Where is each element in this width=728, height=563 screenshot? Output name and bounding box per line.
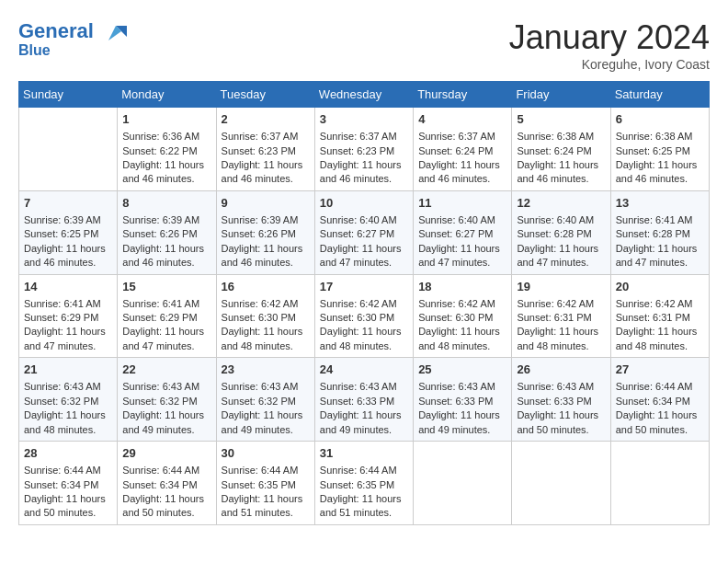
- day-info-line: and 50 minutes.: [616, 423, 704, 437]
- calendar-cell: 1Sunrise: 6:36 AMSunset: 6:22 PMDaylight…: [118, 108, 216, 191]
- day-number: 23: [222, 362, 310, 378]
- day-info-line: Sunrise: 6:39 AM: [24, 213, 112, 227]
- day-info-line: Sunset: 6:33 PM: [320, 395, 408, 408]
- calendar-cell: 26Sunrise: 6:43 AMSunset: 6:33 PMDayligh…: [512, 358, 610, 442]
- day-number: 3: [320, 111, 408, 128]
- day-info-line: and 48 minutes.: [616, 339, 704, 353]
- day-info-line: Daylight: 11 hours: [222, 242, 310, 256]
- day-info-line: Daylight: 11 hours: [517, 158, 605, 172]
- day-info-line: and 46 minutes.: [517, 172, 605, 186]
- day-info-line: Daylight: 11 hours: [122, 325, 210, 339]
- calendar-cell: 25Sunrise: 6:43 AMSunset: 6:33 PMDayligh…: [414, 358, 512, 442]
- day-info-line: Sunrise: 6:37 AM: [320, 130, 408, 144]
- day-info-line: Sunrise: 6:38 AM: [517, 130, 605, 144]
- day-info-line: Sunrise: 6:42 AM: [320, 297, 408, 311]
- day-number: 5: [517, 111, 605, 128]
- day-info-line: Sunrise: 6:44 AM: [222, 464, 310, 477]
- day-info-line: Sunset: 6:22 PM: [122, 144, 210, 158]
- day-info-line: and 47 minutes.: [616, 256, 704, 270]
- calendar-cell: 14Sunrise: 6:41 AMSunset: 6:29 PMDayligh…: [19, 274, 118, 358]
- day-info-line: Sunset: 6:30 PM: [320, 311, 408, 325]
- day-info-line: Sunrise: 6:41 AM: [616, 213, 704, 227]
- day-number: 22: [122, 362, 210, 378]
- weekday-header: Thursday: [414, 82, 512, 108]
- calendar-cell: 31Sunrise: 6:44 AMSunset: 6:35 PMDayligh…: [314, 442, 413, 525]
- day-info-line: and 50 minutes.: [24, 506, 112, 520]
- calendar-cell: [414, 442, 512, 525]
- day-info-line: Sunrise: 6:44 AM: [24, 464, 112, 477]
- day-info-line: and 49 minutes.: [222, 423, 310, 437]
- day-info-line: Sunrise: 6:43 AM: [517, 380, 605, 394]
- weekday-header: Saturday: [610, 82, 709, 108]
- day-info-line: Daylight: 11 hours: [24, 242, 112, 256]
- calendar-cell: 27Sunrise: 6:44 AMSunset: 6:34 PMDayligh…: [610, 358, 709, 442]
- day-info-line: and 46 minutes.: [122, 256, 210, 270]
- day-info-line: Sunset: 6:29 PM: [24, 311, 112, 325]
- calendar-cell: 20Sunrise: 6:42 AMSunset: 6:31 PMDayligh…: [610, 274, 709, 358]
- day-info-line: Daylight: 11 hours: [616, 325, 704, 339]
- day-info-line: Sunset: 6:24 PM: [418, 144, 506, 158]
- logo: General Blue: [18, 18, 129, 59]
- day-info-line: Daylight: 11 hours: [222, 492, 310, 506]
- day-info-line: Sunrise: 6:43 AM: [24, 380, 112, 394]
- day-info-line: Sunset: 6:31 PM: [517, 311, 605, 325]
- calendar-cell: 24Sunrise: 6:43 AMSunset: 6:33 PMDayligh…: [314, 358, 413, 442]
- day-info-line: Daylight: 11 hours: [320, 242, 408, 256]
- day-info-line: and 47 minutes.: [517, 256, 605, 270]
- day-number: 29: [122, 445, 210, 462]
- calendar-cell: 2Sunrise: 6:37 AMSunset: 6:23 PMDaylight…: [216, 108, 314, 191]
- day-info-line: Sunrise: 6:39 AM: [122, 213, 210, 227]
- day-number: 13: [616, 195, 704, 212]
- day-info-line: and 47 minutes.: [122, 339, 210, 353]
- day-info-line: Daylight: 11 hours: [122, 492, 210, 506]
- day-number: 27: [616, 362, 704, 378]
- day-info-line: Daylight: 11 hours: [24, 492, 112, 506]
- calendar-week-row: 21Sunrise: 6:43 AMSunset: 6:32 PMDayligh…: [19, 358, 710, 442]
- calendar-cell: 12Sunrise: 6:40 AMSunset: 6:28 PMDayligh…: [512, 190, 610, 274]
- day-info-line: Daylight: 11 hours: [517, 325, 605, 339]
- weekday-header: Monday: [118, 82, 216, 108]
- weekday-header: Tuesday: [216, 82, 314, 108]
- day-number: 17: [320, 279, 408, 295]
- day-info-line: Sunrise: 6:43 AM: [418, 380, 506, 394]
- day-number: 21: [24, 362, 112, 378]
- day-number: 7: [24, 195, 112, 212]
- day-info-line: and 51 minutes.: [320, 506, 408, 520]
- day-info-line: and 48 minutes.: [418, 339, 506, 353]
- day-info-line: and 48 minutes.: [320, 339, 408, 353]
- day-info-line: Sunset: 6:28 PM: [616, 227, 704, 241]
- title-area: January 2024 Koreguhe, Ivory Coast: [509, 18, 710, 72]
- calendar-cell: 8Sunrise: 6:39 AMSunset: 6:26 PMDaylight…: [118, 190, 216, 274]
- day-info-line: Sunset: 6:28 PM: [517, 227, 605, 241]
- day-info-line: Sunrise: 6:39 AM: [222, 213, 310, 227]
- day-info-line: Sunrise: 6:37 AM: [418, 130, 506, 144]
- calendar-cell: 10Sunrise: 6:40 AMSunset: 6:27 PMDayligh…: [314, 190, 413, 274]
- day-info-line: Sunrise: 6:43 AM: [122, 380, 210, 394]
- day-info-line: Daylight: 11 hours: [24, 408, 112, 422]
- calendar-cell: 15Sunrise: 6:41 AMSunset: 6:29 PMDayligh…: [118, 274, 216, 358]
- day-info-line: Sunrise: 6:37 AM: [222, 130, 310, 144]
- day-number: 12: [517, 195, 605, 212]
- weekday-header: Friday: [512, 82, 610, 108]
- day-info-line: Daylight: 11 hours: [320, 408, 408, 422]
- day-info-line: Sunrise: 6:36 AM: [122, 130, 210, 144]
- day-info-line: Daylight: 11 hours: [616, 242, 704, 256]
- day-number: 4: [418, 111, 506, 128]
- day-info-line: Sunset: 6:34 PM: [122, 478, 210, 492]
- calendar-cell: 18Sunrise: 6:42 AMSunset: 6:30 PMDayligh…: [414, 274, 512, 358]
- day-info-line: Sunset: 6:25 PM: [616, 144, 704, 158]
- day-number: 16: [222, 279, 310, 295]
- day-info-line: Sunset: 6:34 PM: [24, 478, 112, 492]
- day-info-line: Sunrise: 6:42 AM: [616, 297, 704, 311]
- calendar-header-row: SundayMondayTuesdayWednesdayThursdayFrid…: [19, 82, 710, 108]
- day-number: 10: [320, 195, 408, 212]
- page-header: General Blue January 2024 Koreguhe, Ivor…: [18, 18, 710, 72]
- day-info-line: Sunset: 6:26 PM: [222, 227, 310, 241]
- day-number: 30: [222, 445, 310, 462]
- day-info-line: and 49 minutes.: [122, 423, 210, 437]
- day-info-line: Sunset: 6:27 PM: [418, 227, 506, 241]
- day-info-line: Sunrise: 6:42 AM: [222, 297, 310, 311]
- day-info-line: Sunrise: 6:44 AM: [320, 464, 408, 477]
- calendar-cell: 13Sunrise: 6:41 AMSunset: 6:28 PMDayligh…: [610, 190, 709, 274]
- day-info-line: Sunset: 6:34 PM: [616, 395, 704, 408]
